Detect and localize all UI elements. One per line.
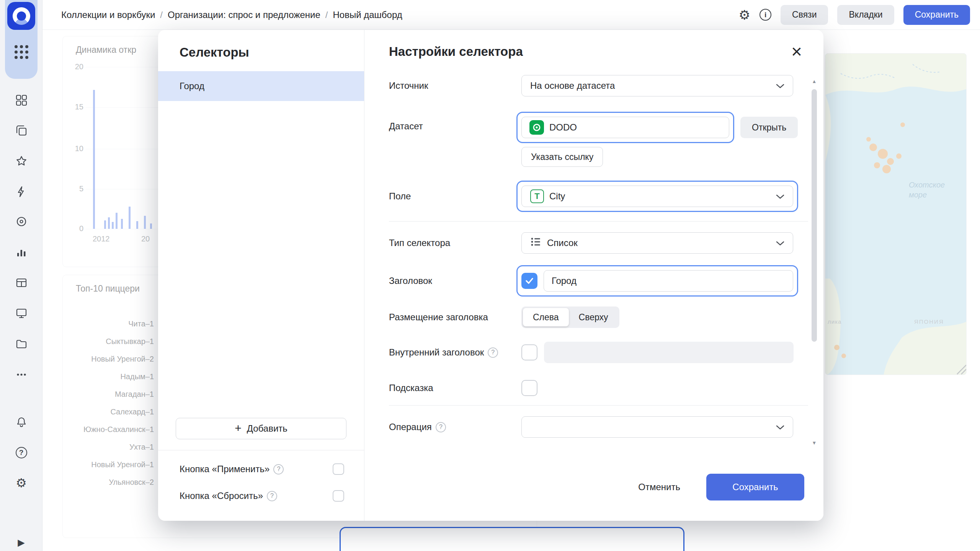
left-sidebar: ? ⚙ ▶ (0, 0, 42, 551)
sidebar-item-settings[interactable]: ⚙ (0, 476, 42, 489)
apps-grid-button[interactable] (5, 45, 38, 59)
help-icon[interactable]: ? (273, 464, 284, 474)
save-selector-button[interactable]: Сохранить (706, 474, 804, 500)
dialog-scrollbar[interactable]: ▲ ▼ (810, 79, 818, 445)
selector-item-label: Город (180, 81, 204, 91)
tabs-button[interactable]: Вкладки (837, 5, 894, 25)
selector-type-select[interactable]: Список (521, 232, 793, 254)
inner-title-input[interactable] (544, 342, 794, 363)
help-icon[interactable]: ? (267, 491, 277, 501)
sidebar-item-quick-actions[interactable] (0, 185, 42, 198)
selector-type-row: Тип селектора Список (389, 232, 808, 254)
save-dashboard-button[interactable]: Сохранить (903, 5, 970, 25)
gear-icon: ⚙ (739, 8, 750, 21)
breadcrumb-separator: / (325, 10, 328, 20)
title-placement-label: Размещение заголовка (389, 312, 521, 323)
sidebar-item-notifications[interactable] (0, 416, 42, 429)
table-icon (15, 277, 28, 289)
operation-select[interactable] (521, 416, 793, 438)
info-button[interactable]: i (760, 9, 771, 21)
title-placement-toggle: Слева Сверху (521, 306, 619, 328)
open-dataset-button[interactable]: Открыть (740, 117, 798, 138)
dataset-select[interactable]: DODO (521, 117, 729, 138)
inner-title-label-wrap: Внутренний заголовок ? (389, 347, 521, 358)
title-placement-row: Размещение заголовка Слева Сверху (389, 306, 808, 328)
source-label: Источник (389, 80, 521, 91)
form-divider (389, 405, 808, 406)
apply-button-checkbox[interactable] (333, 463, 344, 475)
sidebar-item-presentations[interactable] (0, 307, 42, 320)
sidebar-item-collections[interactable] (0, 124, 42, 137)
settings-title: Настройки селектора (389, 44, 523, 59)
apply-button-setting-row: Кнопка «Применить» ? (158, 456, 364, 483)
source-select[interactable]: На основе датасета (521, 75, 793, 96)
sidebar-item-help[interactable]: ? (0, 446, 42, 459)
apps-grid-icon (15, 45, 28, 59)
monitor-icon (15, 307, 28, 320)
chevron-down-icon (776, 80, 784, 91)
close-dialog-button[interactable]: × (791, 44, 802, 59)
scroll-up-icon[interactable]: ▲ (812, 79, 817, 84)
inner-title-row: Внутренний заголовок ? (389, 342, 808, 363)
app-root: ? ⚙ ▶ Коллекции и воркбуки / Организации… (0, 0, 980, 551)
sidebar-item-storage[interactable] (0, 337, 42, 350)
add-selector-label: Добавить (247, 423, 287, 434)
inner-title-label: Внутренний заголовок (389, 347, 484, 358)
links-button[interactable]: Связи (781, 5, 828, 25)
form-divider (389, 221, 808, 222)
chevron-down-icon (776, 422, 784, 432)
add-selector-button[interactable]: + Добавить (176, 418, 346, 439)
breadcrumb: Коллекции и воркбуки / Организации: спро… (61, 10, 402, 20)
expand-icon: ▶ (18, 537, 24, 548)
panel-divider (158, 450, 364, 450)
inner-title-checkbox[interactable] (521, 344, 537, 360)
title-label: Заголовок (389, 276, 521, 286)
field-row: Поле T City (389, 181, 808, 212)
breadcrumb-workbook[interactable]: Организации: спрос и предложение (168, 10, 320, 20)
scrollbar-thumb[interactable] (812, 89, 817, 342)
logo-area (5, 0, 38, 79)
topbar-actions: ⚙ i Связи Вкладки Сохранить (739, 5, 970, 25)
reset-button-checkbox[interactable] (333, 490, 344, 502)
breadcrumb-collections[interactable]: Коллекции и воркбуки (61, 10, 155, 20)
sidebar-item-favorites[interactable] (0, 155, 42, 168)
scroll-down-icon[interactable]: ▼ (812, 440, 817, 445)
string-field-type-icon: T (530, 189, 544, 203)
help-icon[interactable]: ? (488, 347, 498, 358)
cancel-button[interactable]: Отменить (634, 482, 685, 492)
datalens-logo[interactable] (7, 2, 35, 30)
title-input[interactable]: Город (544, 270, 793, 292)
collections-icon (15, 124, 28, 137)
bell-icon (15, 416, 28, 428)
selected-selector-widget[interactable] (340, 527, 684, 551)
topbar: Коллекции и воркбуки / Организации: спро… (42, 0, 980, 30)
breadcrumb-separator: / (160, 10, 163, 20)
help-icon[interactable]: ? (436, 422, 446, 432)
reset-button-setting-row: Кнопка «Сбросить» ? (158, 483, 364, 509)
sidebar-expand-button[interactable]: ▶ (0, 537, 42, 548)
source-row: Источник На основе датасета (389, 75, 808, 96)
specify-link-button[interactable]: Указать ссылку (521, 147, 603, 167)
selector-settings-panel: Настройки селектора × Источник На основе… (364, 30, 823, 521)
sidebar-item-tables[interactable] (0, 276, 42, 289)
chevron-down-icon (776, 191, 784, 202)
sidebar-item-monitoring[interactable] (0, 215, 42, 228)
sidebar-item-charts[interactable] (0, 246, 42, 259)
selector-list-item-gorod[interactable]: Город (158, 71, 364, 101)
sidebar-item-dashboards[interactable] (0, 94, 42, 107)
field-value: City (549, 191, 565, 202)
field-select[interactable]: T City (521, 186, 793, 207)
bar-chart-icon (15, 246, 28, 258)
placement-left-option[interactable]: Слева (523, 308, 569, 326)
placement-top-option[interactable]: Сверху (569, 308, 618, 326)
help-icon: ? (16, 447, 27, 458)
sidebar-item-more[interactable] (0, 368, 42, 381)
lightning-icon (15, 186, 28, 198)
title-value: Город (552, 276, 577, 286)
hint-checkbox[interactable] (521, 380, 537, 396)
settings-button[interactable]: ⚙ (739, 8, 750, 21)
title-checkbox[interactable] (521, 273, 537, 289)
ellipsis-icon (15, 368, 28, 381)
folder-icon (15, 338, 28, 350)
dataset-value: DODO (549, 122, 577, 133)
